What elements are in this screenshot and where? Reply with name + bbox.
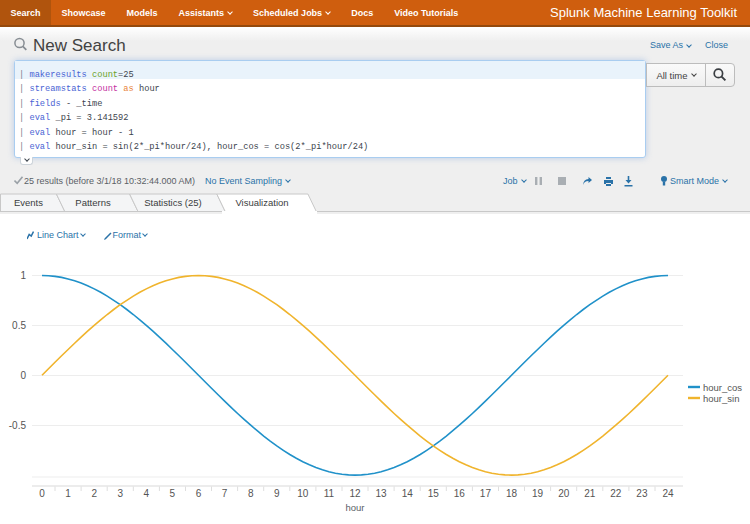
- svg-text:4: 4: [144, 488, 150, 499]
- svg-text:14: 14: [402, 488, 414, 499]
- svg-text:7: 7: [222, 488, 228, 499]
- svg-text:9: 9: [274, 488, 280, 499]
- svg-text:20: 20: [558, 488, 570, 499]
- svg-text:22: 22: [610, 488, 622, 499]
- svg-text:hour_cos: hour_cos: [703, 382, 742, 393]
- svg-text:16: 16: [454, 488, 466, 499]
- svg-text:10: 10: [297, 488, 309, 499]
- svg-text:13: 13: [376, 488, 388, 499]
- svg-text:0: 0: [20, 370, 26, 381]
- svg-text:24: 24: [662, 488, 674, 499]
- svg-text:11: 11: [324, 488, 335, 499]
- svg-text:1: 1: [65, 488, 71, 499]
- svg-text:21: 21: [584, 488, 596, 499]
- svg-text:5: 5: [170, 488, 176, 499]
- svg-text:8: 8: [248, 488, 254, 499]
- svg-text:18: 18: [506, 488, 518, 499]
- svg-text:15: 15: [428, 488, 440, 499]
- svg-text:hour_sin: hour_sin: [703, 393, 739, 404]
- svg-text:12: 12: [349, 488, 361, 499]
- svg-text:17: 17: [480, 488, 492, 499]
- svg-text:-0.5: -0.5: [9, 420, 27, 431]
- svg-text:0.5: 0.5: [12, 320, 26, 331]
- svg-text:1: 1: [20, 270, 26, 281]
- svg-text:23: 23: [636, 488, 648, 499]
- svg-text:19: 19: [532, 488, 544, 499]
- svg-text:hour: hour: [345, 502, 364, 513]
- svg-text:0: 0: [39, 488, 45, 499]
- svg-text:3: 3: [117, 488, 123, 499]
- svg-text:6: 6: [196, 488, 202, 499]
- svg-text:2: 2: [91, 488, 97, 499]
